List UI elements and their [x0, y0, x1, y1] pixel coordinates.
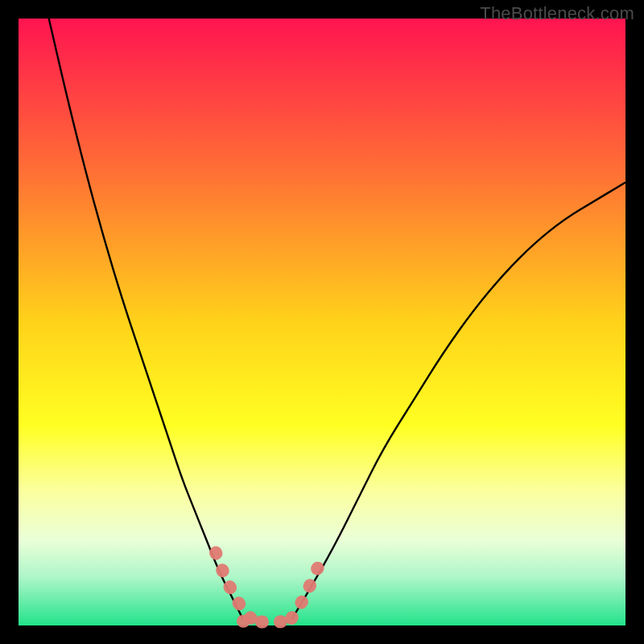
- chart-frame: TheBottleneck.com: [0, 0, 644, 644]
- series-left-branch: [49, 19, 243, 619]
- series-left-highlight: [216, 553, 252, 620]
- series-right-highlight: [291, 553, 324, 618]
- series-right-branch: [291, 183, 625, 620]
- chart-plot-area: [19, 19, 625, 625]
- watermark-text: TheBottleneck.com: [480, 3, 634, 24]
- chart-svg: [19, 19, 625, 625]
